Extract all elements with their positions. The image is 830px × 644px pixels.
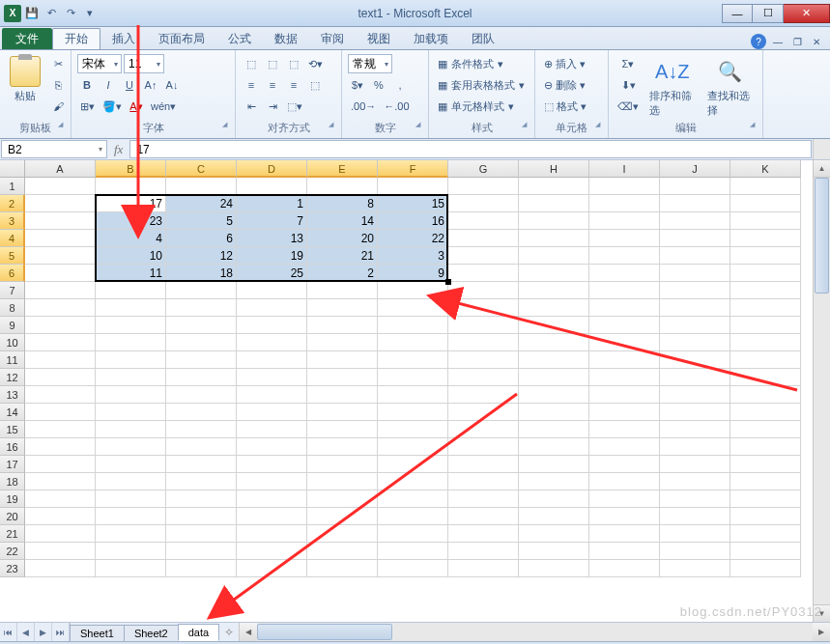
- scroll-up-icon[interactable]: ▲: [814, 160, 830, 178]
- cell-A11[interactable]: [25, 351, 96, 369]
- cell-K4[interactable]: [730, 230, 801, 247]
- cell-J14[interactable]: [660, 404, 730, 421]
- hscroll-thumb[interactable]: [257, 624, 392, 640]
- cell-I13[interactable]: [589, 386, 660, 404]
- cell-I23[interactable]: [589, 560, 660, 577]
- cell-G10[interactable]: [448, 334, 519, 351]
- save-icon[interactable]: 💾: [23, 5, 41, 22]
- cell-J7[interactable]: [660, 282, 730, 299]
- row-header-12[interactable]: 12: [0, 369, 25, 386]
- cell-J1[interactable]: [660, 178, 730, 195]
- cell-J13[interactable]: [660, 386, 730, 404]
- cell-A15[interactable]: [25, 421, 96, 438]
- cell-D16[interactable]: [237, 438, 307, 456]
- cell-E14[interactable]: [307, 404, 378, 421]
- tab-home[interactable]: 开始: [52, 28, 100, 49]
- cell-D9[interactable]: [237, 317, 307, 334]
- row-header-14[interactable]: 14: [0, 404, 25, 421]
- cell-E11[interactable]: [307, 351, 378, 369]
- cell-E6[interactable]: 2: [307, 265, 378, 282]
- cell-I14[interactable]: [589, 404, 660, 421]
- font-name-dropdown[interactable]: 宋体: [77, 54, 122, 73]
- cell-E5[interactable]: 21: [307, 247, 378, 265]
- sheet-tab-sheet2[interactable]: Sheet2: [124, 625, 179, 641]
- worksheet-grid[interactable]: ABCDEFGHIJK 1234567891011121314151617181…: [0, 160, 830, 622]
- cell-A17[interactable]: [25, 456, 96, 473]
- cut-icon[interactable]: ✂: [48, 54, 68, 73]
- cell-A1[interactable]: [25, 178, 96, 195]
- cell-G12[interactable]: [448, 369, 519, 386]
- cell-B11[interactable]: [96, 351, 166, 369]
- merge-button[interactable]: ⬚▾: [284, 97, 305, 116]
- cell-J18[interactable]: [660, 473, 730, 490]
- row-header-17[interactable]: 17: [0, 456, 25, 473]
- cell-B8[interactable]: [96, 299, 166, 317]
- cell-G9[interactable]: [448, 317, 519, 334]
- fx-icon[interactable]: fx: [114, 142, 123, 157]
- row-header-5[interactable]: 5: [0, 247, 25, 265]
- align-middle-icon[interactable]: ⬚: [263, 54, 282, 73]
- cell-H14[interactable]: [519, 404, 589, 421]
- cell-E17[interactable]: [307, 456, 378, 473]
- align-center-icon[interactable]: ≡: [263, 75, 282, 95]
- cell-J21[interactable]: [660, 525, 730, 543]
- cell-H18[interactable]: [519, 473, 589, 490]
- cell-J10[interactable]: [660, 334, 730, 351]
- cell-E3[interactable]: 14: [307, 212, 378, 230]
- cell-K8[interactable]: [730, 299, 801, 317]
- column-headers[interactable]: ABCDEFGHIJK: [25, 160, 813, 178]
- col-header-K[interactable]: K: [730, 160, 801, 178]
- row-header-22[interactable]: 22: [0, 543, 25, 560]
- cell-D4[interactable]: 13: [237, 230, 307, 247]
- help-icon[interactable]: ?: [751, 34, 766, 49]
- scroll-right-icon[interactable]: ▶: [813, 623, 830, 641]
- cell-F11[interactable]: [378, 351, 448, 369]
- underline-button[interactable]: U: [120, 75, 139, 95]
- row-header-2[interactable]: 2: [0, 195, 25, 212]
- delete-cells-button[interactable]: ⊖ 删除▾: [541, 75, 588, 95]
- row-header-6[interactable]: 6: [0, 265, 25, 282]
- formula-input[interactable]: 17: [129, 140, 812, 158]
- cell-K10[interactable]: [730, 334, 801, 351]
- cell-D15[interactable]: [237, 421, 307, 438]
- align-left-icon[interactable]: ≡: [242, 75, 261, 95]
- cell-E18[interactable]: [307, 473, 378, 490]
- cell-K15[interactable]: [730, 421, 801, 438]
- cell-D1[interactable]: [237, 178, 307, 195]
- cell-A22[interactable]: [25, 543, 96, 560]
- cell-F23[interactable]: [378, 560, 448, 577]
- cell-D14[interactable]: [237, 404, 307, 421]
- align-bottom-icon[interactable]: ⬚: [284, 54, 303, 73]
- cell-A3[interactable]: [25, 212, 96, 230]
- row-headers[interactable]: 1234567891011121314151617181920212223: [0, 178, 25, 577]
- cell-K9[interactable]: [730, 317, 801, 334]
- cell-C23[interactable]: [166, 560, 237, 577]
- cell-H5[interactable]: [519, 247, 589, 265]
- col-header-I[interactable]: I: [589, 160, 660, 178]
- cell-I1[interactable]: [589, 178, 660, 195]
- cell-F13[interactable]: [378, 386, 448, 404]
- minimize-button[interactable]: —: [722, 4, 753, 23]
- cell-C20[interactable]: [166, 508, 237, 525]
- mdi-close-icon[interactable]: ✕: [809, 35, 824, 48]
- cell-B10[interactable]: [96, 334, 166, 351]
- cell-G21[interactable]: [448, 525, 519, 543]
- mdi-minimize-icon[interactable]: —: [770, 35, 786, 48]
- cell-B20[interactable]: [96, 508, 166, 525]
- autosum-icon[interactable]: Σ▾: [615, 54, 642, 73]
- format-table-button[interactable]: ▦ 套用表格格式▾: [435, 75, 528, 95]
- cell-E13[interactable]: [307, 386, 378, 404]
- cell-H1[interactable]: [519, 178, 589, 195]
- cell-D5[interactable]: 19: [237, 247, 307, 265]
- cell-H22[interactable]: [519, 543, 589, 560]
- cell-K12[interactable]: [730, 369, 801, 386]
- col-header-F[interactable]: F: [378, 160, 448, 178]
- cell-I4[interactable]: [589, 230, 660, 247]
- cell-G11[interactable]: [448, 351, 519, 369]
- cell-F3[interactable]: 16: [378, 212, 448, 230]
- font-size-dropdown[interactable]: 11: [124, 54, 164, 73]
- cell-G4[interactable]: [448, 230, 519, 247]
- cell-F14[interactable]: [378, 404, 448, 421]
- name-box[interactable]: B2: [1, 140, 107, 158]
- cell-G20[interactable]: [448, 508, 519, 525]
